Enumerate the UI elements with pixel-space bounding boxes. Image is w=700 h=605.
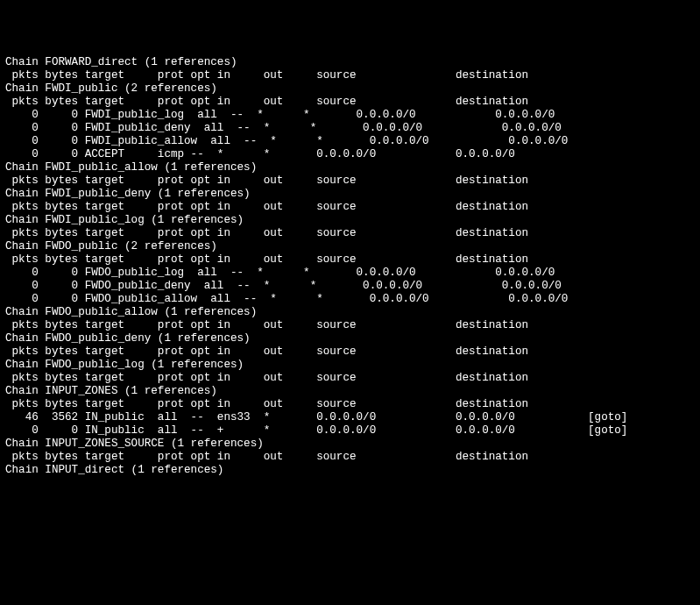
terminal-line: 0 0 FWDI_public_allow all -- * * 0.0.0.0… <box>5 135 695 148</box>
terminal-line: 0 0 FWDO_public_log all -- * * 0.0.0.0/0… <box>5 267 695 280</box>
terminal-line: Chain FWDI_public_allow (1 references) <box>5 161 695 174</box>
terminal-line: pkts bytes target prot opt in out source… <box>5 319 695 332</box>
terminal-line: 0 0 FWDI_public_log all -- * * 0.0.0.0/0… <box>5 109 695 122</box>
terminal-line: 0 0 FWDI_public_deny all -- * * 0.0.0.0/… <box>5 122 695 135</box>
terminal-line: Chain FWDO_public_allow (1 references) <box>5 306 695 319</box>
terminal-line: pkts bytes target prot opt in out source… <box>5 69 695 82</box>
terminal-line: pkts bytes target prot opt in out source… <box>5 398 695 411</box>
terminal-line: Chain FWDI_public_log (1 references) <box>5 214 695 227</box>
terminal-line: 46 3562 IN_public all -- ens33 * 0.0.0.0… <box>5 411 695 424</box>
terminal-line: Chain FWDI_public_deny (1 references) <box>5 188 695 201</box>
terminal-line: pkts bytes target prot opt in out source… <box>5 345 695 359</box>
terminal-line: pkts bytes target prot opt in out source… <box>5 201 695 214</box>
terminal-line: 0 0 ACCEPT icmp -- * * 0.0.0.0/0 0.0.0.0… <box>5 148 695 161</box>
terminal-output: Chain FORWARD_direct (1 references) pkts… <box>5 56 695 477</box>
terminal-line: Chain FWDO_public_log (1 references) <box>5 359 695 372</box>
terminal-line: pkts bytes target prot opt in out source… <box>5 174 695 188</box>
terminal-line: pkts bytes target prot opt in out source… <box>5 372 695 385</box>
terminal-line: pkts bytes target prot opt in out source… <box>5 451 695 464</box>
terminal-line: Chain INPUT_ZONES_SOURCE (1 references) <box>5 438 695 451</box>
terminal-line: 0 0 IN_public all -- + * 0.0.0.0/0 0.0.0… <box>5 424 695 438</box>
terminal-line: pkts bytes target prot opt in out source… <box>5 253 695 267</box>
terminal-line: Chain INPUT_direct (1 references) <box>5 464 695 477</box>
terminal-line: 0 0 FWDO_public_allow all -- * * 0.0.0.0… <box>5 293 695 306</box>
terminal-line: pkts bytes target prot opt in out source… <box>5 227 695 240</box>
terminal-line: Chain FWDI_public (2 references) <box>5 82 695 96</box>
terminal-line: Chain FWDO_public (2 references) <box>5 240 695 253</box>
terminal-line: Chain FWDO_public_deny (1 references) <box>5 332 695 345</box>
terminal-line: pkts bytes target prot opt in out source… <box>5 96 695 109</box>
terminal-line: Chain INPUT_ZONES (1 references) <box>5 385 695 398</box>
terminal-line: Chain FORWARD_direct (1 references) <box>5 56 695 69</box>
terminal-line: 0 0 FWDO_public_deny all -- * * 0.0.0.0/… <box>5 280 695 293</box>
